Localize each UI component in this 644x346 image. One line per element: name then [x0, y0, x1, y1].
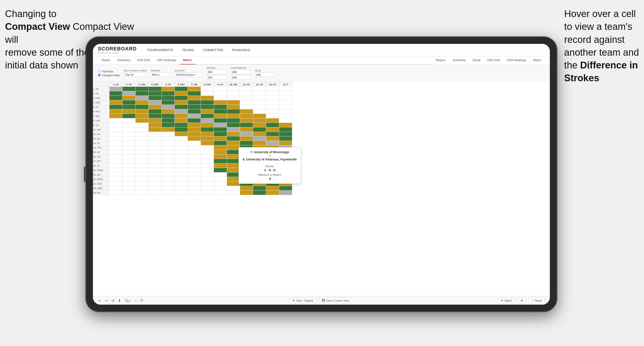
- matrix-cell[interactable]: [266, 105, 279, 109]
- matrix-cell[interactable]: [227, 141, 240, 145]
- matrix-cell[interactable]: [149, 87, 162, 91]
- matrix-cell[interactable]: [188, 118, 201, 123]
- matrix-cell[interactable]: [162, 177, 175, 182]
- matrix-cell[interactable]: [136, 141, 149, 145]
- matrix-cell[interactable]: [240, 114, 253, 118]
- matrix-cell[interactable]: [188, 168, 201, 172]
- matrix-cell[interactable]: [162, 96, 175, 100]
- matrix-cell[interactable]: [214, 91, 227, 96]
- matrix-cell[interactable]: [162, 154, 175, 159]
- matrix-cell[interactable]: [188, 105, 201, 109]
- matrix-cell[interactable]: [266, 141, 279, 145]
- region-select-2[interactable]: N/A: [206, 75, 226, 80]
- matrix-cell[interactable]: [136, 172, 149, 177]
- matrix-cell[interactable]: [227, 136, 240, 141]
- matrix-cell[interactable]: [136, 186, 149, 191]
- matrix-cell[interactable]: [279, 87, 292, 91]
- matrix-cell[interactable]: [214, 114, 227, 118]
- matrix-cell[interactable]: [162, 182, 175, 186]
- matrix-cell[interactable]: [266, 136, 279, 141]
- timer-icon[interactable]: ⏱: [139, 298, 144, 303]
- matrix-cell[interactable]: [240, 141, 253, 145]
- matrix-cell[interactable]: [123, 127, 136, 132]
- matrix-cell[interactable]: [149, 123, 162, 127]
- zoom-out-icon[interactable]: −: [134, 298, 137, 303]
- conference-select-1[interactable]: (All): [230, 70, 251, 74]
- matrix-cell[interactable]: [136, 118, 149, 123]
- matrix-cell[interactable]: [266, 91, 279, 96]
- matrix-cell[interactable]: [188, 172, 201, 177]
- tab-detail[interactable]: Detail: [469, 56, 484, 64]
- matrix-cell[interactable]: [266, 132, 279, 136]
- tab-players-matrix[interactable]: Matrix: [530, 56, 545, 64]
- matrix-cell[interactable]: [175, 168, 188, 172]
- full-view-radio[interactable]: Full View: [98, 70, 120, 73]
- matrix-cell[interactable]: [136, 136, 149, 141]
- matrix-cell[interactable]: [201, 105, 214, 109]
- matrix-cell[interactable]: [266, 87, 279, 91]
- matrix-cell[interactable]: [214, 136, 227, 141]
- matrix-cell[interactable]: [162, 114, 175, 118]
- matrix-cell[interactable]: [201, 109, 214, 114]
- matrix-cell[interactable]: [279, 109, 292, 114]
- download-icon[interactable]: ⬇: [118, 298, 122, 303]
- nav-tournaments[interactable]: TOURNAMENTS: [147, 48, 173, 52]
- matrix-cell[interactable]: [240, 96, 253, 100]
- matrix-cell[interactable]: [109, 154, 123, 159]
- matrix-cell[interactable]: [279, 186, 292, 191]
- matrix-cell[interactable]: [136, 163, 149, 168]
- compact-view-input[interactable]: [98, 74, 101, 76]
- tab-players-h2h-grid[interactable]: H2H Grid: [484, 56, 503, 64]
- matrix-cell[interactable]: [214, 118, 227, 123]
- matrix-cell[interactable]: [149, 159, 162, 163]
- matrix-cell[interactable]: [109, 109, 123, 114]
- matrix-cell[interactable]: [123, 186, 136, 191]
- matrix-cell[interactable]: [214, 186, 227, 191]
- matrix-cell[interactable]: [227, 182, 240, 186]
- matrix-cell[interactable]: [214, 163, 227, 168]
- matrix-cell[interactable]: [214, 159, 227, 163]
- matrix-cell[interactable]: [123, 159, 136, 163]
- matrix-cell[interactable]: [188, 87, 201, 91]
- matrix-cell[interactable]: [149, 145, 162, 150]
- matrix-cell[interactable]: [201, 132, 214, 136]
- matrix-cell[interactable]: [109, 114, 123, 118]
- conference-select-2[interactable]: (All): [230, 75, 251, 80]
- matrix-cell[interactable]: [188, 127, 201, 132]
- matrix-cell[interactable]: [109, 191, 123, 195]
- matrix-cell[interactable]: [253, 114, 266, 118]
- matrix-cell[interactable]: [175, 177, 188, 182]
- matrix-cell[interactable]: [279, 136, 292, 141]
- matrix-cell[interactable]: [175, 154, 188, 159]
- matrix-cell[interactable]: [279, 91, 292, 96]
- matrix-cell[interactable]: [188, 159, 201, 163]
- matrix-cell[interactable]: [149, 182, 162, 186]
- matrix-cell[interactable]: [162, 168, 175, 172]
- matrix-cell[interactable]: [175, 141, 188, 145]
- matrix-cell[interactable]: [201, 191, 214, 195]
- matrix-cell[interactable]: [162, 127, 175, 132]
- matrix-cell[interactable]: [123, 163, 136, 168]
- matrix-cell[interactable]: [253, 141, 266, 145]
- team-select[interactable]: (All): [255, 72, 275, 77]
- matrix-cell[interactable]: [123, 123, 136, 127]
- matrix-cell[interactable]: [227, 150, 240, 154]
- matrix-cell[interactable]: [227, 186, 240, 191]
- matrix-cell[interactable]: [136, 159, 149, 163]
- matrix-cell[interactable]: [162, 109, 175, 114]
- matrix-cell[interactable]: [149, 109, 162, 114]
- matrix-cell[interactable]: [240, 91, 253, 96]
- matrix-cell[interactable]: [201, 172, 214, 177]
- matrix-cell[interactable]: [175, 145, 188, 150]
- matrix-cell[interactable]: [188, 150, 201, 154]
- matrix-cell[interactable]: [109, 136, 123, 141]
- matrix-cell[interactable]: [227, 118, 240, 123]
- matrix-cell[interactable]: [175, 87, 188, 91]
- matrix-cell[interactable]: [175, 132, 188, 136]
- matrix-cell[interactable]: [149, 154, 162, 159]
- matrix-cell[interactable]: [240, 191, 253, 195]
- matrix-cell[interactable]: [227, 154, 240, 159]
- matrix-cell[interactable]: [188, 177, 201, 182]
- matrix-cell[interactable]: [227, 132, 240, 136]
- matrix-cell[interactable]: [109, 186, 123, 191]
